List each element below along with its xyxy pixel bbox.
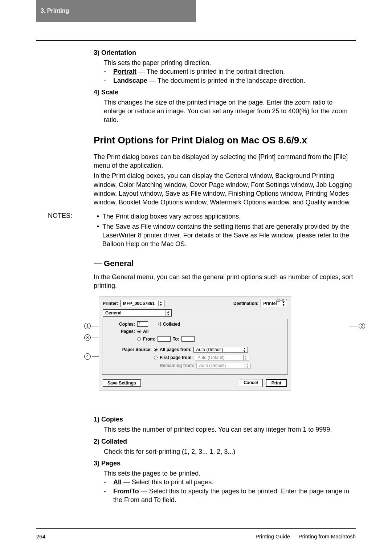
section-orientation: 3) Orientation This sets the paper print…: [94, 49, 356, 125]
collated-label: Collated: [163, 322, 180, 327]
callout-1: 1: [84, 323, 99, 329]
general-groupbox: Copies: 1 ✓ Collated Pages: All From:: [102, 319, 288, 375]
callout-2: 2: [350, 323, 365, 329]
copies-label: Copies:: [105, 322, 135, 327]
scale-body: This changes the size of the printed ima…: [104, 98, 356, 125]
pages-all-radio[interactable]: [137, 330, 141, 333]
pane-popup[interactable]: General▴▾: [103, 309, 172, 317]
to-input[interactable]: [181, 336, 195, 342]
dash: -: [104, 478, 113, 486]
orientation-body: This sets the paper printing direction. …: [104, 58, 356, 85]
top-rule: [36, 40, 356, 41]
portrait-bold: Portrait: [113, 68, 136, 75]
bullet-icon: •: [94, 212, 102, 221]
notes-block: NOTES: •The Print dialog boxes vary acro…: [36, 212, 356, 250]
header-crumb-text: 3. Printing: [41, 8, 69, 14]
fromto-rest: — Select this to specify the pages to be…: [113, 488, 349, 504]
allpages-label: All pages from:: [160, 347, 191, 352]
allpages-popup[interactable]: Auto (Default)▴▾: [193, 347, 248, 353]
para1: The Print dialog boxes can be displayed …: [94, 152, 356, 170]
pages-from-radio[interactable]: [137, 337, 141, 341]
h2-title: Print Options for Print Dialog on Mac OS…: [94, 135, 356, 146]
chevron-updown-icon: ▴▾: [158, 301, 162, 306]
copies-body: This sets the number of printed copies. …: [104, 425, 356, 434]
pages-body: This sets the pages to be printed. - All…: [104, 469, 356, 504]
print-dialog-figure: 1 3 4 2 Z2−8.7 Printer: MFP_00C67861▴▾ D…: [94, 297, 356, 409]
copies-head: 1) Copies: [94, 416, 356, 423]
pages-all-label: All: [143, 329, 148, 334]
pages-fromto-line: - From/To — Select this to specify the p…: [104, 487, 356, 505]
chevron-updown-icon: ▴▾: [245, 363, 248, 368]
callout-3: 3: [84, 334, 99, 341]
note2: The Save as File window contains the set…: [102, 222, 356, 249]
dash: -: [104, 487, 113, 505]
footer-title: Printing Guide — Printing from Macintosh: [256, 533, 356, 539]
all-rest: — Select this to print all pages.: [122, 478, 213, 486]
collated-body: Check this for sort-printing (1, 2, 3...…: [104, 447, 356, 456]
page-content: 3) Orientation This sets the paper print…: [36, 49, 356, 508]
chevron-updown-icon: ▴▾: [242, 347, 245, 353]
pages-label: Pages:: [105, 329, 135, 334]
papersource-label: Paper Source:: [105, 347, 152, 352]
remaining-label: Remaining from:: [160, 363, 194, 368]
to-label: To:: [173, 337, 179, 342]
printer-popup[interactable]: MFP_00C67861▴▾: [121, 300, 164, 307]
pages-line1: This sets the pages to be printed.: [104, 469, 356, 478]
chevron-updown-icon: ▴▾: [243, 355, 247, 360]
cancel-button[interactable]: Cancel: [239, 379, 262, 387]
para2: In the Print dialog boxes, you can displ…: [94, 171, 356, 207]
landscape-bold: Landscape: [113, 77, 147, 84]
print-button[interactable]: Print: [266, 379, 287, 387]
remaining-popup[interactable]: Auto (Default)▴▾: [196, 363, 251, 368]
firstpage-popup[interactable]: Auto (Default)▴▾: [195, 355, 249, 360]
save-settings-button[interactable]: Save Settings: [103, 379, 141, 387]
orientation-head: 3) Orientation: [94, 49, 356, 57]
from-input[interactable]: [158, 336, 171, 342]
notes-label: NOTES:: [48, 212, 94, 250]
note1: The Print dialog boxes vary across appli…: [102, 212, 241, 221]
dash: -: [104, 76, 113, 85]
copies-input[interactable]: 1: [137, 321, 148, 327]
collated-checkbox[interactable]: ✓: [157, 322, 161, 326]
landscape-rest: — The document is printed in the landsca…: [147, 77, 305, 84]
fromto-bold: From/To: [113, 488, 139, 495]
chevron-updown-icon: ▴▾: [166, 310, 169, 316]
scale-head: 4) Scale: [94, 89, 356, 96]
h3-general: — General: [94, 259, 356, 268]
pages-all-line: - All — Select this to print all pages.: [104, 478, 356, 486]
dialog-version: Z2−8.7: [276, 298, 287, 302]
notes-body: •The Print dialog boxes vary across appl…: [94, 212, 356, 250]
pages-head: 3) Pages: [94, 460, 356, 467]
orientation-portrait: - Portrait — The document is printed in …: [104, 67, 356, 76]
callout-4: 4: [84, 353, 99, 360]
destination-label: Destination:: [233, 301, 258, 306]
all-bold: All: [113, 478, 122, 486]
portrait-rest: — The document is printed in the portrai…: [136, 68, 285, 75]
orientation-landscape: - Landscape — The document is printed in…: [104, 76, 356, 85]
footer: 264 Printing Guide — Printing from Macin…: [36, 533, 356, 539]
firstpage-label: First page from:: [160, 355, 193, 360]
printer-label: Printer:: [103, 301, 118, 306]
collated-head: 2) Collated: [94, 438, 356, 445]
print-dialog: Z2−8.7 Printer: MFP_00C67861▴▾ Destinati…: [99, 297, 291, 391]
orientation-line1: This sets the paper printing direction.: [104, 58, 356, 67]
lower-items: 1) Copies This sets the number of printe…: [94, 416, 356, 504]
page-number: 264: [36, 533, 45, 539]
bullet-icon: •: [94, 222, 102, 249]
para3: In the General menu, you can set the gen…: [94, 273, 356, 290]
header-crumb: 3. Printing: [36, 0, 196, 22]
allpages-radio[interactable]: [154, 348, 158, 351]
firstpage-radio[interactable]: [154, 356, 158, 359]
bottom-rule: [36, 528, 356, 529]
dash: -: [104, 67, 113, 76]
from-label: From:: [143, 337, 155, 342]
